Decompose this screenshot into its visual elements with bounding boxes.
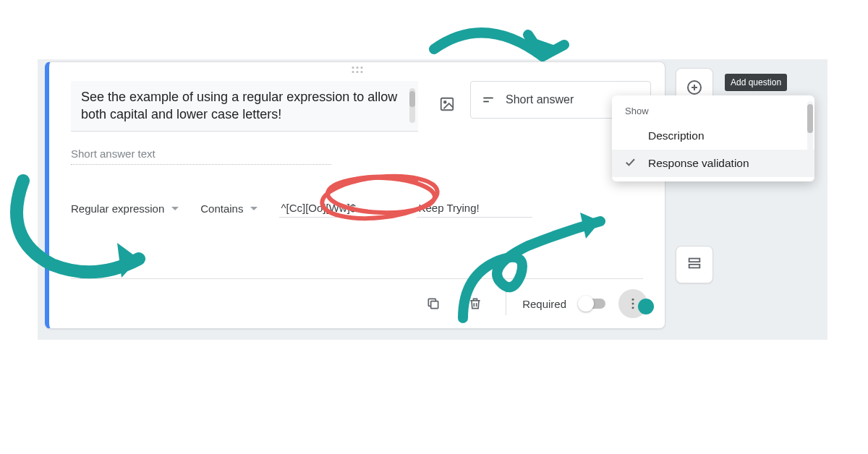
title-scrollbar[interactable] [409, 88, 415, 123]
validation-pattern-input[interactable] [279, 199, 395, 218]
validation-error-text-input[interactable] [417, 199, 532, 218]
menu-header: Show [612, 103, 814, 122]
menu-item-response-validation[interactable]: Response validation [612, 150, 814, 177]
menu-item-description[interactable]: Description [612, 122, 814, 150]
drag-handle-icon[interactable] [352, 67, 362, 73]
validation-row: Regular expression Contains [71, 194, 650, 223]
validation-match-select[interactable]: Contains [200, 202, 258, 215]
chevron-down-icon [250, 207, 258, 210]
title-scrollbar-thumb[interactable] [409, 91, 415, 107]
more-vertical-icon [626, 296, 640, 311]
required-toggle[interactable] [579, 299, 605, 309]
delete-button[interactable] [461, 289, 490, 318]
menu-scrollbar[interactable] [807, 101, 813, 176]
svg-point-7 [632, 299, 634, 301]
add-image-button[interactable] [431, 88, 463, 120]
svg-point-9 [632, 307, 634, 309]
menu-scrollbar-thumb[interactable] [807, 104, 813, 133]
validation-mode-select[interactable]: Regular expression [71, 202, 179, 215]
more-options-button[interactable] [618, 289, 647, 318]
footer-separator [506, 292, 506, 315]
svg-point-1 [444, 101, 446, 103]
svg-marker-17 [532, 38, 561, 56]
svg-rect-0 [441, 98, 454, 111]
trash-icon [468, 296, 482, 311]
svg-point-8 [632, 303, 634, 305]
toggle-knob [578, 296, 594, 312]
chevron-down-icon [171, 207, 179, 210]
short-answer-preview: Short answer text [71, 147, 331, 165]
add-question-tooltip: Add question [725, 74, 787, 91]
side-toolbar-bottom [676, 246, 713, 283]
menu-item-label: Response validation [648, 157, 749, 170]
svg-rect-13 [689, 259, 700, 262]
plus-circle-icon [686, 79, 703, 96]
menu-item-label: Description [648, 129, 705, 142]
question-title-text: See the example of using a regular expre… [81, 90, 397, 121]
question-type-label: Short answer [506, 93, 574, 106]
svg-rect-4 [431, 301, 438, 309]
copy-icon [426, 296, 441, 311]
question-title-input[interactable]: See the example of using a regular expre… [71, 81, 418, 132]
add-section-button[interactable] [686, 255, 702, 274]
duplicate-button[interactable] [419, 289, 448, 318]
question-card: See the example of using a regular expre… [45, 61, 665, 329]
image-icon [439, 96, 455, 112]
footer-divider [71, 278, 643, 279]
validation-mode-label: Regular expression [71, 202, 164, 215]
validation-match-label: Contains [200, 202, 243, 215]
required-label: Required [522, 298, 566, 310]
short-answer-icon [481, 93, 495, 107]
question-footer: Required [419, 289, 647, 318]
svg-rect-14 [689, 265, 700, 268]
section-icon [686, 255, 702, 271]
check-icon [624, 155, 637, 171]
more-options-menu: Show Description Response validation [612, 95, 814, 181]
